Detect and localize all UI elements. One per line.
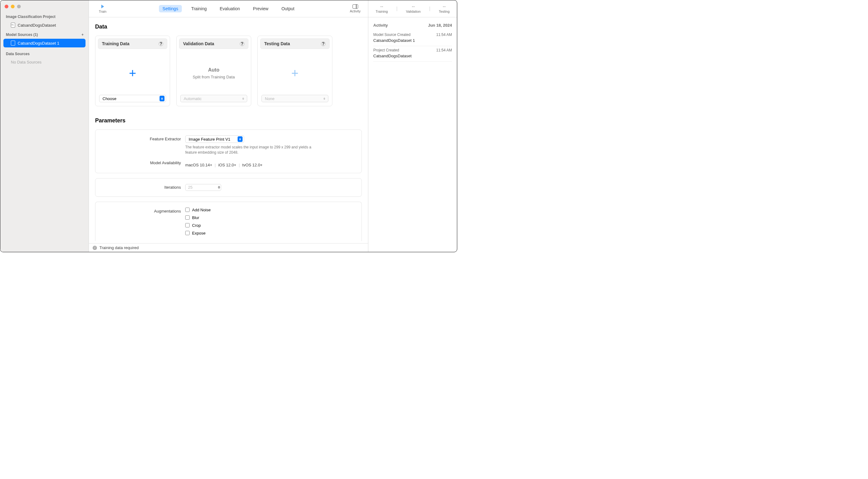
- augmentation-blur-label[interactable]: Blur: [192, 215, 199, 220]
- training-data-help-button[interactable]: ?: [159, 41, 163, 46]
- feature-extractor-box: Feature Extractor Image Feature Print V1…: [95, 129, 362, 173]
- metric-validation[interactable]: -- Validation: [406, 4, 421, 13]
- train-button-label: Train: [99, 9, 106, 13]
- metrics-tabs: -- Training | -- Validation | -- Testing: [368, 0, 457, 17]
- select-arrows-icon: [159, 96, 164, 101]
- training-data-title: Training Data: [102, 41, 129, 46]
- augmentation-expose: Expose: [185, 231, 355, 236]
- sidebar-model-source-item[interactable]: CatsandDogsDataset 1: [3, 39, 86, 48]
- feature-extractor-label: Feature Extractor: [102, 136, 185, 141]
- activity-item-title: Project Created: [373, 48, 399, 52]
- select-arrows-icon: [238, 136, 243, 142]
- tab-settings[interactable]: Settings: [159, 5, 182, 12]
- availability-macos: macOS 10.14+: [185, 163, 212, 167]
- tab-evaluation[interactable]: Evaluation: [216, 5, 244, 12]
- testing-data-help-button[interactable]: ?: [321, 41, 326, 46]
- metric-validation-label: Validation: [406, 9, 421, 13]
- metric-testing[interactable]: -- Testing: [439, 4, 450, 13]
- metric-training[interactable]: -- Training: [376, 4, 388, 13]
- metric-validation-value: --: [412, 4, 415, 9]
- feature-extractor-select[interactable]: Image Feature Print V1: [185, 136, 244, 143]
- augmentation-crop: Crop: [185, 223, 355, 228]
- activity-panel-header: Activity: [373, 23, 388, 28]
- separator: |: [215, 163, 216, 167]
- zoom-window-button[interactable]: [17, 5, 21, 8]
- augmentation-expose-checkbox[interactable]: [185, 231, 190, 235]
- model-sources-header: Model Sources (1): [6, 33, 38, 37]
- project-section-title: Image Classification Project: [0, 13, 89, 21]
- stepper-arrows-icon: [218, 186, 220, 189]
- minimize-window-button[interactable]: [11, 5, 14, 8]
- activity-item-title: Model Source Created: [373, 33, 410, 37]
- augmentation-add-noise-label[interactable]: Add Noise: [192, 208, 211, 212]
- tab-preview[interactable]: Preview: [249, 5, 272, 12]
- training-data-select-value: Choose: [102, 96, 117, 101]
- document-icon: [11, 40, 15, 46]
- augmentations-label: Augmentations: [102, 208, 185, 213]
- select-arrows-icon: [322, 96, 327, 101]
- activity-item-time: 11:54 AM: [436, 33, 452, 37]
- select-arrows-icon: [241, 96, 246, 101]
- parameters-section-heading: Parameters: [95, 117, 362, 124]
- no-data-sources-label: No Data Sources: [0, 58, 89, 66]
- activity-panel: -- Training | -- Validation | -- Testing…: [368, 0, 457, 252]
- activity-item-detail: CatsandDogsDataset: [373, 54, 452, 58]
- activity-item: Project Created 11:54 AM CatsandDogsData…: [373, 46, 452, 62]
- sidebar-project-label: CatsandDogsDataset: [18, 23, 56, 28]
- activity-item-time: 11:54 AM: [436, 48, 452, 52]
- add-model-source-button[interactable]: +: [82, 33, 84, 37]
- window-controls: [0, 3, 89, 13]
- validation-auto-title: Auto: [208, 67, 219, 73]
- sidebar-project-item[interactable]: CatsandDogsDataset: [0, 21, 89, 29]
- model-availability-label: Model Availability: [102, 160, 185, 165]
- toolbar: Train Settings Training Evaluation Previ…: [89, 0, 368, 17]
- metric-testing-label: Testing: [439, 9, 450, 13]
- ml-document-icon: [11, 23, 15, 28]
- add-training-data-button[interactable]: +: [129, 67, 136, 79]
- testing-data-select-value: None: [265, 96, 275, 101]
- content-scroll[interactable]: Data Training Data ? + Choose: [89, 17, 368, 243]
- play-icon: [100, 4, 105, 9]
- metric-training-value: --: [380, 4, 383, 9]
- validation-data-select-value: Automatic: [184, 96, 202, 101]
- availability-ios: iOS 12.0+: [218, 163, 236, 167]
- sidebar-model-source-label: CatsandDogsDataset 1: [18, 41, 59, 46]
- iterations-box: Iterations 25: [95, 178, 362, 197]
- toggle-activity-panel-button[interactable]: Activity: [347, 4, 364, 13]
- iterations-stepper[interactable]: 25: [185, 184, 221, 191]
- activity-panel-date: Jun 18, 2024: [428, 23, 452, 28]
- separator: |: [429, 6, 430, 11]
- augmentation-crop-checkbox[interactable]: [185, 223, 190, 228]
- tab-training[interactable]: Training: [187, 5, 210, 12]
- panel-icon: [352, 4, 358, 9]
- testing-data-select[interactable]: None: [261, 95, 329, 102]
- training-data-select[interactable]: Choose: [99, 95, 166, 102]
- data-section-heading: Data: [95, 24, 362, 30]
- data-sources-header: Data Sources: [0, 48, 89, 58]
- augmentation-expose-label[interactable]: Expose: [192, 231, 206, 236]
- augmentation-add-noise-checkbox[interactable]: [185, 208, 190, 212]
- validation-data-help-button[interactable]: ?: [240, 41, 244, 46]
- training-data-card: Training Data ? + Choose: [95, 36, 170, 106]
- validation-data-select[interactable]: Automatic: [180, 95, 247, 102]
- status-message: Training data required: [99, 245, 139, 250]
- augmentation-blur-checkbox[interactable]: [185, 215, 190, 220]
- metric-training-label: Training: [376, 9, 388, 13]
- statusbar: i Training data required: [89, 243, 368, 252]
- close-window-button[interactable]: [5, 5, 8, 8]
- tab-output[interactable]: Output: [278, 5, 298, 12]
- validation-data-card: Validation Data ? Auto Split from Traini…: [176, 36, 251, 106]
- activity-item-detail: CatsandDogsDataset 1: [373, 38, 452, 43]
- info-icon: i: [93, 246, 97, 250]
- augmentations-box: Augmentations Add Noise Blur: [95, 202, 362, 241]
- testing-data-title: Testing Data: [264, 41, 290, 46]
- augmentation-crop-label[interactable]: Crop: [192, 223, 201, 228]
- feature-extractor-description: The feature extractor model scales the i…: [185, 145, 315, 155]
- train-button[interactable]: Train: [93, 4, 112, 13]
- feature-extractor-value: Image Feature Print V1: [189, 137, 230, 142]
- add-testing-data-button[interactable]: +: [291, 67, 298, 79]
- iterations-label: Iterations: [102, 185, 185, 190]
- metric-testing-value: --: [443, 4, 445, 9]
- validation-auto-subtitle: Split from Training Data: [193, 75, 235, 79]
- sidebar: Image Classification Project CatsandDogs…: [0, 0, 89, 252]
